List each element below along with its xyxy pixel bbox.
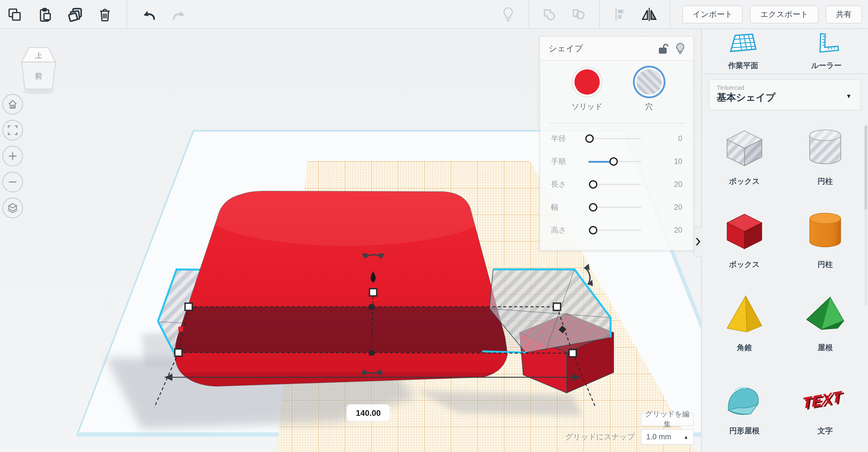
navigation-buttons: [2, 94, 23, 218]
corner-handle[interactable]: [569, 350, 576, 357]
align-icon[interactable]: [612, 6, 629, 23]
edge-handle[interactable]: [369, 350, 374, 356]
gallery-item-cylinder-hole[interactable]: 円柱: [785, 119, 866, 202]
gallery-item-roof[interactable]: 屋根: [785, 285, 866, 368]
chevron-down-icon: ▼: [846, 93, 852, 99]
corner-handle[interactable]: [185, 303, 192, 311]
undo-icon[interactable]: [141, 6, 157, 23]
toolbar-separator: [670, 0, 671, 29]
hole-label: 穴: [645, 102, 653, 112]
slider-radius: 半径 0: [540, 127, 693, 150]
steps-slider[interactable]: [588, 161, 641, 162]
ruler-icon: [812, 32, 840, 57]
copy-icon[interactable]: [6, 6, 23, 23]
toolbar-separator: [127, 0, 127, 29]
width-slider[interactable]: [588, 207, 641, 208]
slider-steps: 手順 10: [540, 150, 693, 173]
svg-text:上: 上: [35, 51, 42, 59]
library-name: 基本シェイプ: [717, 92, 853, 104]
length-slider[interactable]: [588, 184, 641, 185]
workplane-icon: [730, 32, 757, 57]
solid-hole-selector: ソリッド 穴: [540, 61, 693, 118]
sidebar-tools: 作業平面 ルーラー: [702, 29, 868, 73]
workplane-label: 作業平面: [728, 61, 758, 71]
unlock-icon[interactable]: [658, 43, 669, 54]
edge-handle[interactable]: [369, 304, 374, 310]
ruler-label: ルーラー: [811, 61, 841, 71]
view-cube[interactable]: 上 前: [19, 46, 58, 98]
shape-sliders: 半径 0 手順 10 長さ 20 幅 20 高さ 20: [540, 124, 693, 250]
share-button[interactable]: 共有: [826, 5, 862, 24]
export-button[interactable]: エクスポート: [750, 5, 818, 24]
sidebar-collapse-tab[interactable]: [693, 227, 702, 257]
radius-slider[interactable]: [588, 138, 641, 139]
gallery-item-cylinder-solid[interactable]: 円柱: [785, 202, 866, 285]
zoom-out-button[interactable]: [2, 172, 23, 192]
snap-grid-select[interactable]: 1.0 mm ▲: [641, 429, 694, 445]
gallery-item-box-hole[interactable]: ボックス: [704, 119, 785, 202]
shape-inspector-panel: シェイプ ソリッド 穴 半径 0: [539, 36, 694, 251]
workplane-tool[interactable]: 作業平面: [702, 29, 785, 73]
panel-header: シェイプ: [540, 37, 693, 61]
svg-text:TEXT: TEXT: [803, 387, 843, 412]
gallery-item-pyramid[interactable]: 角錐: [704, 285, 785, 368]
hole-swatch[interactable]: [637, 69, 662, 95]
solid-swatch[interactable]: [575, 69, 600, 95]
scale-handle-top[interactable]: [370, 289, 377, 296]
ruler-tool[interactable]: ルーラー: [785, 29, 868, 73]
svg-text:140.00: 140.00: [356, 409, 381, 418]
paste-icon[interactable]: [36, 6, 53, 23]
top-toolbar: インポート エクスポート 共有: [0, 0, 868, 29]
dimension-label[interactable]: 140.00: [347, 405, 390, 421]
height-slider[interactable]: [588, 230, 641, 231]
snap-label: グリッドにスナップ: [518, 432, 641, 442]
hint-light-icon[interactable]: [500, 6, 517, 23]
panel-title: シェイプ: [549, 43, 651, 54]
slider-height: 高さ 20: [540, 219, 693, 242]
tinkercad-app: 140.00: [0, 0, 868, 452]
import-button[interactable]: インポート: [683, 5, 743, 24]
corner-handle[interactable]: [175, 349, 182, 356]
ungroup-icon[interactable]: [570, 6, 587, 23]
gallery-item-round-roof[interactable]: 円形屋根: [704, 368, 785, 451]
zoom-in-button[interactable]: [2, 146, 23, 166]
redo-icon[interactable]: [170, 6, 187, 23]
mirror-icon[interactable]: [641, 6, 658, 23]
hole-option[interactable]: 穴: [637, 69, 662, 112]
solid-option[interactable]: ソリッド: [571, 69, 602, 112]
fit-view-button[interactable]: [2, 120, 23, 140]
toolbar-separator: [529, 0, 530, 29]
slider-width: 幅 20: [540, 196, 693, 219]
gallery-item-text[interactable]: TEXT TEXT 文字: [785, 368, 866, 451]
delete-icon[interactable]: [96, 6, 113, 23]
home-view-button[interactable]: [2, 94, 23, 115]
duplicate-icon[interactable]: [66, 6, 83, 23]
shape-library-dropdown[interactable]: Tinkercad 基本シェイプ ▼: [709, 79, 861, 110]
sidebar-divider: [702, 73, 868, 74]
snap-controls: グリッドにスナップ 1.0 mm ▲: [518, 429, 694, 445]
hole-anchor-dot[interactable]: [179, 327, 183, 331]
corner-handle[interactable]: [553, 303, 561, 311]
library-brand: Tinkercad: [717, 84, 853, 91]
lightbulb-icon[interactable]: [676, 43, 685, 54]
edit-grid-button[interactable]: グリッドを編集: [641, 413, 694, 426]
slider-length: 長さ 20: [540, 173, 693, 196]
toolbar-separator: [599, 0, 600, 29]
shapes-sidebar: 作業平面 ルーラー Tinkercad 基本シェイプ ▼: [701, 29, 868, 452]
solid-label: ソリッド: [571, 102, 602, 112]
sidebar-scrollbar[interactable]: [864, 125, 867, 306]
group-icon[interactable]: [541, 6, 558, 23]
gallery-item-box-solid[interactable]: ボックス: [704, 202, 785, 285]
chevron-up-icon: ▲: [684, 434, 688, 440]
shape-gallery: ボックス 円柱 ボックス: [702, 115, 868, 452]
perspective-toggle-button[interactable]: [2, 198, 23, 218]
svg-text:前: 前: [35, 72, 42, 80]
